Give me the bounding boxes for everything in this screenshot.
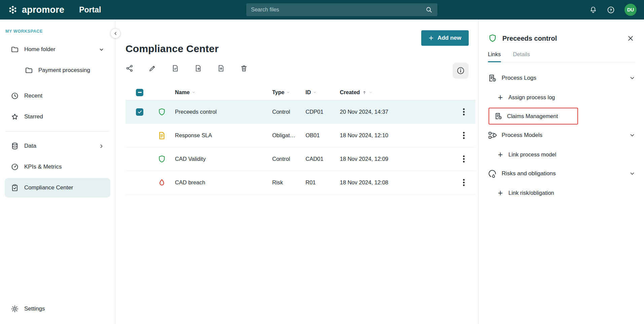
gauge-icon [11,163,19,171]
save-as-document-check-icon[interactable] [171,64,179,72]
apromore-logo[interactable]: apromore [7,4,64,15]
sidebar-item-label: Home folder [24,46,56,53]
sidebar-item-settings[interactable]: Settings [5,299,110,319]
row-menu-kebab-icon[interactable] [460,153,468,165]
assign-process-log-action[interactable]: + Assign process log [488,88,635,107]
database-icon [11,142,19,150]
row-id: R01 [306,179,340,186]
close-icon[interactable] [626,34,635,43]
row-name[interactable]: Response SLA [175,132,272,139]
row-name[interactable]: Preceeds control [175,109,272,115]
toolbar [126,63,478,73]
apromore-flower-icon [7,4,18,15]
row-name[interactable]: CAD breach [175,179,272,186]
sidebar-item-label: Recent [24,93,42,99]
chevron-down-icon[interactable] [629,75,635,81]
column-header-name[interactable]: Name [175,89,272,96]
row-menu-kebab-icon[interactable] [460,177,468,188]
tab-links[interactable]: Links [488,51,501,62]
chevron-down-icon[interactable] [99,47,104,52]
details-panel: Preceeds control Links Details Process L… [478,20,644,324]
tab-details[interactable]: Details [513,51,530,62]
link-process-model-action[interactable]: + Link process model [488,145,635,164]
sidebar-item-compliance-center[interactable]: Compliance Center [5,178,110,197]
workspace-label: MY WORKSPACE [0,29,115,39]
plus-icon: + [497,189,504,197]
column-header-type[interactable]: Type [272,89,306,96]
section-label: Process Logs [502,75,536,81]
sort-chevron-icon [286,91,290,94]
move-document-icon[interactable] [194,64,202,72]
column-header-created[interactable]: Created [340,89,452,96]
obligation-document-icon [157,131,175,140]
star-icon [11,113,19,121]
plus-icon: + [429,34,433,42]
row-id: CAD01 [306,156,340,162]
panel-tabs: Links Details [488,51,635,62]
chevron-right-icon[interactable] [99,143,104,149]
sort-chevron-icon [369,91,372,94]
sidebar-item-label: Data [24,143,36,149]
sort-ascending-arrow-icon [362,90,367,95]
share-icon[interactable] [126,64,134,72]
sidebar-collapse-button[interactable] [110,28,120,38]
topbar: apromore Portal ? DU [0,0,644,20]
section-risks-obligations[interactable]: Risks and obligations [488,164,635,183]
section-process-logs[interactable]: Process Logs [488,68,635,88]
control-shield-icon [157,155,175,164]
app-title: Portal [79,5,101,14]
info-button[interactable] [453,63,469,79]
delete-trash-icon[interactable] [240,64,248,72]
sidebar-item-kpis-metrics[interactable]: KPIs & Metrics [5,157,110,177]
sidebar-item-label: Compliance Center [24,184,73,191]
link-risk-obligation-action[interactable]: + Link risk/obligation [488,183,635,202]
notifications-bell-icon[interactable] [589,6,597,14]
row-type: Obligat… [272,132,306,139]
row-name[interactable]: CAD Validity [175,156,272,162]
section-process-models[interactable]: Process Models [488,125,635,145]
clipboard-check-icon [11,184,19,192]
sidebar-item-home-folder[interactable]: Home folder [5,40,110,59]
add-new-label: Add new [437,35,461,41]
sidebar-item-starred[interactable]: Starred [5,107,110,127]
chevron-down-icon[interactable] [629,171,635,177]
process-log-icon [494,112,502,120]
row-id: CDP01 [306,109,340,115]
user-avatar[interactable]: DU [624,4,637,16]
chevron-down-icon[interactable] [629,132,635,138]
row-checkbox-checked[interactable] [136,108,143,116]
search-bar[interactable] [246,3,437,16]
svg-text:?: ? [610,8,612,12]
help-icon[interactable]: ? [607,6,615,14]
sidebar-item-recent[interactable]: Recent [5,86,110,106]
table-row[interactable]: CAD breach Risk R01 18 Nov 2024, 12:08 [126,171,475,194]
table-row[interactable]: CAD Validity Control CAD01 18 Nov 2024, … [126,147,475,171]
risk-flame-icon [157,178,175,187]
select-all-checkbox[interactable] [136,89,143,96]
sidebar-item-data[interactable]: Data [5,136,110,156]
table-header-row: Name Type ID Created [126,85,475,100]
sort-chevron-icon [192,91,195,94]
search-icon[interactable] [425,6,433,13]
add-new-button[interactable]: + Add new [421,30,469,46]
row-menu-kebab-icon[interactable] [460,130,468,141]
row-type: Control [272,109,306,115]
section-label: Risks and obligations [502,170,556,177]
table-row[interactable]: Preceeds control Control CDP01 20 Nov 20… [126,100,475,124]
section-label: Process Models [502,132,542,139]
risk-gauge-icon [488,169,497,178]
plus-icon: + [497,93,504,102]
row-type: Control [272,156,306,162]
row-menu-kebab-icon[interactable] [460,106,468,117]
folder-icon [25,66,33,74]
table-row[interactable]: Response SLA Obligat… OB01 18 Nov 2024, … [126,124,475,147]
column-header-id[interactable]: ID [306,89,340,96]
search-input[interactable] [251,7,425,13]
linked-log-claims-management-annotated[interactable]: Claims Management [489,108,578,124]
process-model-icon [488,131,497,140]
panel-title: Preceeds control [502,35,557,42]
row-created: 20 Nov 2024, 14:37 [340,109,452,115]
sidebar-item-payment-processing[interactable]: Payment processing [5,61,110,80]
edit-pencil-icon[interactable] [148,64,156,72]
download-document-icon[interactable] [217,64,225,72]
